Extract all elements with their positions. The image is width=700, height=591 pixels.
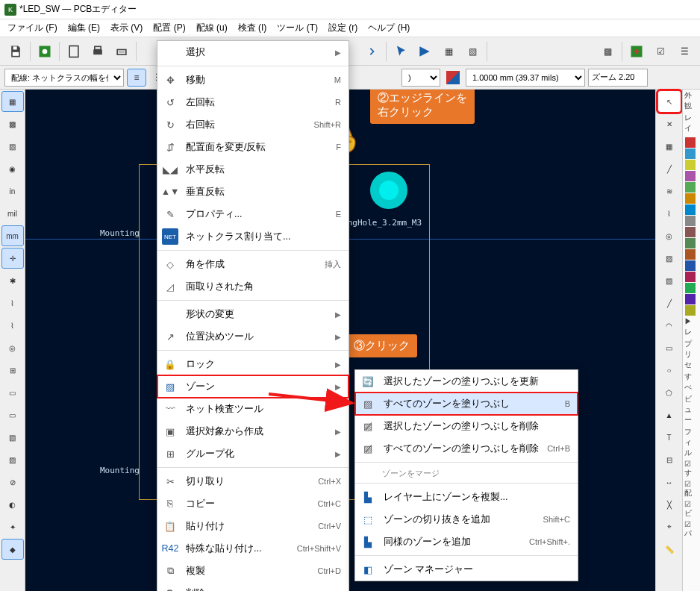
crosshair-toggle[interactable]: ✛ — [1, 248, 24, 269]
footprint-wizard-button[interactable] — [413, 40, 436, 63]
chk-pad[interactable]: ☑ パ — [683, 519, 700, 540]
outline-mode-text[interactable]: ▭ — [1, 404, 24, 425]
swatch-fcu[interactable] — [685, 137, 696, 148]
swatch2[interactable] — [685, 171, 696, 181]
draw-poly-tool[interactable]: ⬠ — [658, 382, 681, 403]
ctx-mirror-v[interactable]: ▲▼垂直反転 — [157, 181, 349, 203]
swatch13[interactable] — [685, 294, 696, 304]
menu-settings[interactable]: 設定 (r) — [324, 20, 362, 36]
zone-manager[interactable]: ◧ゾーン マネージャー — [355, 558, 578, 581]
swatch6[interactable] — [685, 216, 696, 226]
highlight-net-tool[interactable]: ✕ — [658, 113, 681, 134]
board-setup-button[interactable] — [34, 40, 56, 63]
polar-toggle[interactable]: ◉ — [1, 158, 24, 179]
units-mil[interactable]: mil — [1, 203, 24, 224]
place-via-tool[interactable]: ◎ — [658, 225, 681, 246]
ratsnest-toggle[interactable]: ✱ — [1, 270, 24, 291]
net-highlight[interactable]: ✦ — [1, 516, 24, 537]
delete-tool[interactable]: ╳ — [658, 494, 681, 515]
pcb-update-button[interactable] — [625, 40, 648, 63]
print-button[interactable] — [87, 40, 109, 63]
menu-file[interactable]: ファイル (F) — [3, 20, 62, 36]
menu-help[interactable]: ヘルプ (H) — [363, 20, 414, 36]
ratsnest-curved[interactable]: ⌇ — [1, 293, 24, 313]
ctx-positioning[interactable]: ↗位置決めツール▶ — [157, 325, 349, 348]
ctx-move[interactable]: ✥移動M — [157, 69, 349, 91]
outline-mode-tracks[interactable]: ⌇ — [1, 315, 24, 336]
via-combo[interactable]: ) — [401, 69, 440, 87]
swatch8[interactable] — [685, 238, 696, 248]
grid-style1[interactable]: ▩ — [1, 113, 24, 134]
3d-viewer-button[interactable]: ▩ — [596, 40, 619, 63]
place-text-tool[interactable]: T — [658, 427, 681, 448]
place-footprint-tool[interactable]: ▦ — [658, 136, 681, 157]
place-textbox-tool[interactable]: ⊟ — [658, 449, 681, 470]
ctx-flip-side[interactable]: ⇵配置面を変更/反転F — [157, 136, 349, 158]
layers-tab[interactable]: レイ — [683, 112, 700, 134]
ctx-paste[interactable]: 📋貼り付けCtrl+V — [157, 515, 349, 537]
place-image-tool[interactable]: ▲ — [658, 404, 681, 425]
ctx-zone[interactable]: ▨ゾーン▶ — [157, 375, 349, 398]
measure-tool[interactable]: 📏 — [658, 539, 681, 560]
swatch-bcu[interactable] — [685, 148, 696, 159]
outline-mode-graphics[interactable]: ▭ — [1, 382, 24, 403]
ctx-create-corner[interactable]: ◇角を作成挿入 — [157, 253, 349, 275]
ctx-duplicate[interactable]: ⧉複製Ctrl+D — [157, 560, 349, 582]
ctx-copy[interactable]: ⎘コピーCtrl+C — [157, 492, 349, 515]
toggle-auto-width[interactable]: ≡ — [127, 69, 146, 87]
cursor-button[interactable] — [390, 40, 412, 63]
zone-refill-all[interactable]: ▨すべてのゾーンを塗りつぶしB — [355, 393, 578, 415]
ctx-rotate-cw[interactable]: ↻右回転Shift+R — [157, 113, 349, 136]
preset-all[interactable]: すべ — [683, 371, 700, 393]
zone-display2[interactable]: ▨ — [1, 449, 24, 470]
sel-filter-button[interactable]: ▦ — [437, 40, 460, 63]
dimension-tool[interactable]: ↔ — [658, 472, 681, 492]
swatch4[interactable] — [685, 193, 696, 204]
ctx-cut[interactable]: ✂切り取りCtrl+X — [157, 470, 349, 492]
origin-tool[interactable]: ⌖ — [658, 516, 681, 537]
swatch9[interactable] — [685, 249, 696, 260]
zone-display1[interactable]: ▧ — [1, 427, 24, 448]
ctx-lock[interactable]: 🔒ロック▶ — [157, 353, 349, 375]
chk-via[interactable]: ☑ ビ — [683, 499, 700, 519]
zone-add-cutout[interactable]: ⬚ゾーンの切り抜きを追加Shift+C — [355, 508, 578, 531]
inspect-button[interactable]: ▧ — [461, 40, 484, 63]
select-tool[interactable]: ↖ — [658, 91, 681, 112]
outline-mode-pads[interactable]: ⊞ — [1, 360, 24, 381]
ctx-rotate-ccw[interactable]: ↺左回転R — [157, 91, 349, 113]
ctx-group[interactable]: ⊞グループ化▶ — [157, 443, 349, 465]
menu-inspect[interactable]: 検査 (I) — [234, 20, 272, 36]
layer-expand[interactable]: ▶ レ — [683, 316, 700, 338]
zone-unfill-selected[interactable]: ▨̸選択したゾーンの塗りつぶしを削除 — [355, 415, 578, 437]
layer-pair-button[interactable] — [443, 69, 463, 87]
swatch5[interactable] — [685, 204, 696, 215]
draw-circle-tool[interactable]: ○ — [658, 360, 681, 381]
place-keepout-tool[interactable]: ▧ — [658, 270, 681, 291]
save-button[interactable] — [4, 40, 27, 63]
chk-place[interactable]: ☑ 配 — [683, 479, 700, 499]
swatch12[interactable] — [685, 283, 696, 293]
units-mm[interactable]: mm — [1, 225, 24, 246]
ctx-net-inspect[interactable]: 〰ネット検査ツール — [157, 398, 349, 420]
swatch10[interactable] — [685, 260, 696, 271]
tune-length-tool[interactable]: ⌇ — [658, 203, 681, 224]
ctx-chamfer[interactable]: ◿面取りされた角 — [157, 275, 349, 298]
hide-layers[interactable]: ⊘ — [1, 472, 24, 492]
ctx-netclass-assign[interactable]: NETネットクラス割り当て... — [157, 225, 349, 248]
grid-toggle[interactable]: ▦ — [1, 91, 24, 112]
ctx-paste-special[interactable]: R42特殊な貼り付け...Ctrl+Shift+V — [157, 537, 349, 560]
chk-all[interactable]: ☑ す — [683, 459, 700, 479]
swatch11[interactable] — [685, 272, 696, 282]
zone-unfill-all[interactable]: ▨̸すべてのゾーンの塗りつぶしを削除Ctrl+B — [355, 437, 578, 460]
units-in[interactable]: in — [1, 181, 24, 201]
ctx-change-shape[interactable]: 形状の変更▶ — [157, 303, 349, 325]
ctx-properties[interactable]: ✎プロパティ...E — [157, 203, 349, 225]
scripts-button[interactable]: ☰ — [673, 40, 696, 63]
route-diff-tool[interactable]: ≋ — [658, 181, 681, 201]
place-zone-tool[interactable]: ▨ — [658, 248, 681, 269]
zone-add-similar[interactable]: ▙同様のゾーンを追加Ctrl+Shift+. — [355, 531, 578, 553]
ctx-delete[interactable]: 🗑削除 — [157, 582, 349, 591]
menu-view[interactable]: 表示 (V) — [106, 20, 147, 36]
route-width-combo[interactable]: 配線: ネットクラスの幅を使用 — [4, 69, 124, 87]
ctx-select[interactable]: 選択▶ — [157, 41, 349, 63]
